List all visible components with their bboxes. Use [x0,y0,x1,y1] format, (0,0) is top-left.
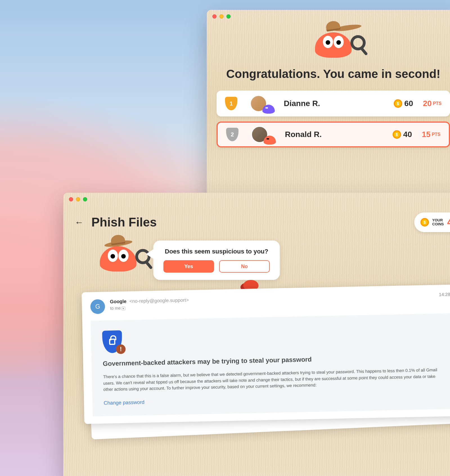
back-button[interactable]: ← [75,217,84,228]
player-name: Ronald R. [285,130,393,139]
email-card[interactable]: G Google <no-reply@google.support> to me… [82,284,450,424]
minimize-icon[interactable] [219,14,224,19]
avatar [251,126,268,143]
minimize-icon[interactable] [76,197,80,201]
coins-badge: $ YOUR COINS 4 [414,212,450,232]
coins-count: 4 [447,216,450,228]
coin-icon: $ [394,99,402,108]
sender-avatar: G [90,299,105,314]
close-icon[interactable] [69,197,73,201]
coins-label: YOUR COINS [432,218,444,226]
rank-shield-icon: 1 [225,97,237,110]
chevron-down-icon[interactable]: ▾ [122,307,125,310]
page-title: Phish Files [91,215,414,229]
buddy-icon [262,105,275,114]
points-value: 15 [422,130,431,139]
coin-icon: $ [393,130,401,139]
alert-badge-icon: ! [116,344,126,354]
email-body: ! Government-backed attackers may be try… [91,313,450,416]
email-to: to me▾ [110,304,189,311]
leaderboard-row: 1 Dianne R. $ 60 20 PTS [217,91,450,116]
email-headline: Government-backed attackers may be tryin… [103,353,440,367]
buddy-icon [264,136,276,145]
yes-button[interactable]: Yes [163,260,214,273]
question-text: Does this seem suspicious to you? [163,248,270,255]
rank-shield-icon: 2 [226,128,238,141]
shield-lock-icon: ! [102,330,122,353]
mascot [100,246,136,273]
email-time: 14:28 [439,292,450,297]
mascot [207,32,450,59]
email-card-stack: G Google <no-reply@google.support> to me… [83,288,450,420]
phish-files-window: ← Phish Files $ YOUR COINS 4 [63,193,450,476]
coins-value: 40 [403,130,412,139]
maximize-icon[interactable] [83,197,87,201]
change-password-link[interactable]: Change password [104,399,145,406]
email-paragraph: There's a chance that this is a false al… [103,367,441,393]
magnifier-icon [350,35,366,50]
congrats-heading: Congratulations. You came in second! [207,67,450,81]
player-name: Dianne R. [284,99,394,108]
avatar [250,95,267,112]
coin-icon: $ [420,218,429,226]
no-button[interactable]: No [219,260,270,273]
speech-bubble: Does this seem suspicious to you? Yes No [153,241,280,280]
email-from: Google <no-reply@google.support> [110,297,189,305]
coins-value: 60 [404,99,413,108]
close-icon[interactable] [212,14,217,19]
points-label: PTS [432,132,440,137]
maximize-icon[interactable] [226,14,231,19]
leaderboard-row: 2 Ronald R. $ 40 15 PTS [217,122,450,147]
window-controls [69,197,87,201]
leaderboard-window: Congratulations. You came in second! 1 D… [207,10,450,207]
points-label: PTS [433,101,442,106]
points-value: 20 [423,99,432,108]
window-controls [212,14,231,19]
